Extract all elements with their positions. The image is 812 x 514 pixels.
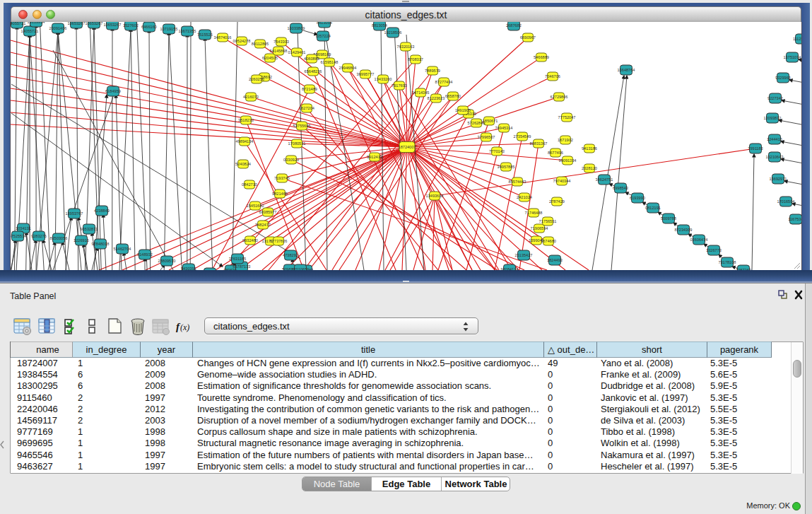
svg-text:97848018: 97848018: [92, 242, 110, 246]
svg-text:16671355: 16671355: [179, 29, 196, 33]
svg-text:16648764: 16648764: [618, 68, 635, 72]
svg-text:1226916: 1226916: [73, 238, 89, 243]
svg-text:8813054: 8813054: [317, 22, 332, 25]
svg-text:8708317: 8708317: [408, 57, 423, 62]
svg-text:61595148: 61595148: [321, 60, 339, 64]
svg-text:17016504: 17016504: [777, 199, 795, 204]
svg-text:3482477: 3482477: [255, 223, 271, 227]
svg-text:6193990: 6193990: [630, 196, 645, 200]
svg-text:1527602: 1527602: [123, 23, 139, 28]
svg-text:98084124: 98084124: [501, 267, 519, 271]
svg-text:73178108: 73178108: [719, 260, 736, 264]
svg-text:2328120: 2328120: [582, 166, 597, 170]
svg-text:7357224: 7357224: [315, 34, 331, 38]
svg-text:6658760: 6658760: [445, 94, 461, 98]
svg-text:4060883: 4060883: [304, 57, 319, 61]
svg-text:7193745: 7193745: [274, 176, 290, 180]
svg-text:2421024: 2421024: [517, 195, 532, 199]
svg-text:8148932: 8148932: [137, 252, 153, 257]
svg-text:77752047: 77752047: [558, 115, 576, 119]
svg-text:76945314: 76945314: [495, 126, 513, 130]
svg-text:10653267: 10653267: [104, 23, 122, 27]
svg-text:11125419: 11125419: [793, 37, 801, 41]
svg-text:80831367: 80831367: [530, 141, 548, 146]
svg-text:4738299: 4738299: [283, 253, 298, 257]
svg-text:17080531: 17080531: [288, 141, 306, 146]
svg-text:8677496: 8677496: [548, 151, 563, 155]
svg-text:71756551: 71756551: [539, 219, 557, 223]
svg-text:20091406: 20091406: [49, 26, 67, 30]
svg-text:12093872: 12093872: [764, 116, 782, 120]
svg-text:67737826: 67737826: [270, 239, 288, 243]
svg-text:02606474: 02606474: [690, 238, 708, 242]
svg-text:1326773: 1326773: [706, 248, 722, 252]
svg-text:7889579: 7889579: [425, 69, 440, 73]
svg-text:83503056: 83503056: [50, 236, 68, 240]
svg-text:9227342: 9227342: [767, 96, 783, 100]
svg-text:6998543: 6998543: [613, 186, 628, 190]
svg-text:37631165: 37631165: [229, 257, 246, 261]
svg-text:87277434: 87277434: [435, 80, 453, 84]
svg-text:1167534: 1167534: [788, 217, 801, 221]
svg-text:96532871: 96532871: [81, 227, 98, 231]
svg-text:79740344: 79740344: [553, 179, 571, 183]
svg-text:1034131: 1034131: [16, 226, 31, 230]
svg-text:34957885: 34957885: [498, 165, 515, 169]
svg-text:36995777: 36995777: [357, 72, 375, 76]
svg-text:29946804: 29946804: [339, 66, 357, 70]
svg-text:9413186: 9413186: [582, 146, 597, 151]
svg-text:99091334: 99091334: [559, 158, 577, 163]
svg-text:1244415: 1244415: [767, 137, 782, 141]
svg-text:14055721: 14055721: [11, 22, 25, 25]
svg-text:54145868: 54145868: [270, 49, 288, 53]
svg-text:13953767: 13953767: [66, 211, 83, 216]
svg-text:34874016: 34874016: [214, 35, 232, 40]
svg-text:47525534: 47525534: [11, 234, 26, 238]
svg-text:1824493: 1824493: [547, 258, 563, 262]
svg-text:01429401: 01429401: [288, 50, 306, 54]
svg-text:34624751: 34624751: [596, 177, 613, 182]
svg-text:0812191: 0812191: [645, 206, 661, 210]
svg-text:2260256: 2260256: [249, 77, 264, 81]
svg-text:87234309: 87234309: [675, 228, 693, 232]
svg-text:16033809: 16033809: [288, 26, 305, 30]
svg-text:9821465: 9821465: [272, 192, 288, 196]
svg-text:19218506: 19218506: [384, 30, 402, 35]
svg-text:49894134: 49894134: [236, 139, 254, 144]
svg-text:10653267: 10653267: [86, 22, 103, 25]
svg-text:25135427: 25135427: [515, 253, 533, 257]
svg-text:6466160: 6466160: [141, 25, 157, 29]
svg-text:15692971: 15692971: [770, 177, 787, 181]
svg-text:0330923: 0330923: [283, 158, 299, 162]
svg-text:3518233: 3518233: [238, 118, 254, 122]
svg-text:81223623: 81223623: [428, 96, 445, 100]
svg-text:6690967: 6690967: [520, 35, 536, 40]
svg-text:2787429: 2787429: [549, 199, 565, 204]
svg-text:71746488: 71746488: [525, 211, 543, 215]
svg-text:65787133: 65787133: [233, 264, 251, 269]
svg-text:(x): (x): [180, 322, 189, 332]
svg-text:85574443: 85574443: [509, 180, 526, 184]
svg-text:8721489: 8721489: [302, 87, 317, 91]
svg-text:5674680: 5674680: [541, 239, 556, 243]
svg-text:3387262: 3387262: [736, 268, 751, 271]
svg-text:5466889: 5466889: [534, 55, 549, 59]
svg-text:34714345: 34714345: [412, 90, 430, 95]
svg-text:37996507: 37996507: [478, 135, 495, 139]
svg-text:57262849: 57262849: [468, 121, 486, 125]
svg-text:16210643: 16210643: [766, 155, 784, 159]
svg-text:10719155: 10719155: [160, 27, 178, 31]
svg-text:5240824: 5240824: [235, 162, 251, 166]
svg-text:4238849: 4238849: [94, 209, 110, 213]
svg-text:67010651: 67010651: [292, 267, 310, 271]
svg-text:13433200: 13433200: [375, 77, 392, 81]
svg-text:5009788: 5009788: [661, 216, 676, 221]
svg-text:53755646: 53755646: [293, 124, 311, 128]
svg-text:15751074: 15751074: [784, 55, 801, 59]
svg-text:14055721: 14055721: [21, 29, 39, 33]
svg-text:00524278: 00524278: [233, 39, 251, 43]
svg-text:62729806: 62729806: [551, 95, 568, 99]
svg-text:71906594: 71906594: [531, 226, 548, 230]
svg-text:6184959: 6184959: [105, 89, 121, 93]
svg-text:19339954: 19339954: [28, 22, 45, 24]
